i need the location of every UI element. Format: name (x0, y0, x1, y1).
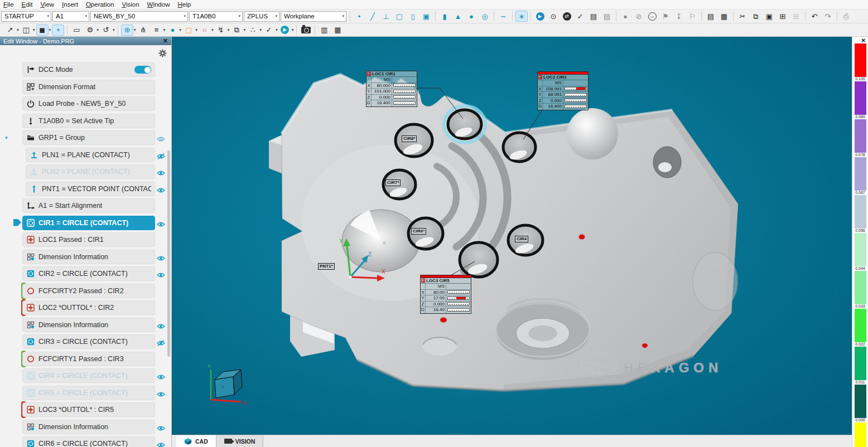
torus-feature-icon[interactable]: ◎ (479, 11, 491, 22)
hole-plain[interactable] (653, 147, 681, 178)
dropdown-caret-icon[interactable]: ▾ (113, 27, 115, 32)
plane-feature-icon[interactable]: ⊥ (380, 11, 392, 22)
command-item-18[interactable]: CIR4 = CIRCLE (CONTACT) (22, 368, 155, 383)
scan-points-icon[interactable]: ∴ (247, 25, 259, 36)
undo-icon[interactable]: ↶ (808, 11, 821, 22)
command-item-14[interactable]: LOC2 *OUTTOL* : CIR2 (22, 300, 155, 315)
eye-outline-icon[interactable] (157, 134, 165, 144)
cone-countersink[interactable] (342, 210, 420, 272)
eye-icon[interactable] (157, 372, 165, 382)
color-scale-close-icon[interactable]: ✕ (861, 37, 866, 43)
menu-insert[interactable]: Insert (62, 1, 78, 8)
command-item-2[interactable]: Load Probe - NEW5_BY_50 (22, 96, 155, 111)
dcc-mode-toggle[interactable] (134, 66, 151, 74)
command-item-20[interactable]: LOC3 *OUTTOL* : CIR5 (22, 402, 155, 417)
menu-vision[interactable]: Vision (122, 1, 139, 8)
command-item-4[interactable]: GRP1 = Group (22, 130, 155, 145)
command-item-10[interactable]: LOC1 Passed : CIR1 (22, 232, 155, 247)
menu-help[interactable]: Help (177, 1, 191, 8)
bookmark-icon[interactable]: ⚑ (659, 11, 672, 22)
mini-execute-icon[interactable]: ▶ (279, 25, 291, 36)
eye-icon[interactable] (157, 220, 165, 230)
eye-icon[interactable] (157, 186, 165, 196)
eye-icon[interactable] (157, 390, 165, 400)
eye-slash-icon[interactable] (157, 152, 165, 162)
loop-execution-icon[interactable]: ⇄ (561, 11, 573, 22)
command-item-5[interactable]: PLN1 = PLANE (CONTACT) (26, 148, 155, 162)
dropdown-caret-icon[interactable]: ▾ (238, 14, 240, 18)
command-item-9[interactable]: CIR1 = CIRCLE (CONTACT) (22, 216, 155, 230)
probe-position-icon[interactable]: ⊕ (121, 25, 133, 36)
command-item-0[interactable]: DCC Mode (22, 62, 155, 77)
feature-tag-cir6[interactable]: CIR6* (411, 228, 426, 235)
dropdown-caret-icon[interactable]: ▾ (49, 27, 51, 32)
command-item-6[interactable]: PLN2 = PLANE (CONTACT) (26, 164, 155, 179)
command-item-17[interactable]: FCFCIRTY1 Passed : CIR3 (22, 352, 155, 366)
alignment-combo[interactable]: A1▾ (52, 11, 89, 22)
measurement-callout-loc3[interactable]: LOC3 CIR5MSX80.00Y17.00Z0.000D16.40 (420, 275, 471, 314)
document-cancel-icon[interactable]: ▤ (601, 11, 613, 22)
dropdown-caret-icon[interactable]: ▾ (163, 27, 166, 32)
command-item-11[interactable]: Dimension Information (22, 250, 155, 264)
dropdown-caret-icon[interactable]: ▾ (33, 27, 35, 32)
pan-view-icon[interactable]: + (52, 25, 64, 36)
command-item-19[interactable]: CIR5 = CIRCLE (CONTACT) (22, 386, 155, 400)
summary-mode-icon[interactable]: ▤ (705, 11, 717, 22)
print-icon[interactable]: ⎙ (840, 11, 852, 22)
shaded-sphere-icon[interactable]: ● (166, 25, 179, 36)
dropdown-caret-icon[interactable]: ▾ (276, 27, 278, 32)
dropdown-caret-icon[interactable]: ▾ (195, 27, 197, 32)
dropdown-caret-icon[interactable]: ▾ (211, 27, 214, 32)
dropdown-caret-icon[interactable]: ▾ (97, 27, 99, 32)
eye-icon[interactable] (157, 440, 165, 447)
eye-icon[interactable] (157, 424, 165, 434)
dropdown-caret-icon[interactable]: ▾ (292, 27, 294, 32)
gdt-circle-icon[interactable]: ○ (199, 25, 211, 36)
counterbore[interactable] (496, 298, 590, 360)
eye-icon[interactable] (157, 270, 165, 280)
auto-feature-icon[interactable]: ∗ (515, 11, 528, 22)
eye-icon[interactable] (157, 168, 165, 178)
workplane-combo[interactable]: ZPLUS▾ (244, 11, 279, 22)
tab-cad[interactable]: CAD (176, 435, 216, 447)
paste-icon[interactable]: ▣ (763, 11, 775, 22)
startup-combo[interactable]: STARTUP▾ (1, 11, 51, 22)
window-layout-icon[interactable]: ⧉ (230, 25, 243, 36)
circle-feature-icon[interactable]: ▢ (393, 11, 406, 22)
eye-slash-icon[interactable] (157, 338, 165, 348)
line-feature-icon[interactable]: ╱ (367, 11, 379, 22)
command-item-16[interactable]: CIR3 = CIRCLE (CONTACT) (22, 334, 155, 349)
bookmark-remove-icon[interactable]: ⚐ (686, 11, 698, 22)
continue-icon[interactable]: → (646, 11, 658, 22)
rotate-view-icon[interactable]: ↺ (100, 25, 112, 36)
menu-operation[interactable]: Operation (86, 1, 114, 8)
bookmark-insert-icon[interactable]: ↧ (673, 11, 685, 22)
dropdown-caret-icon[interactable]: ▾ (228, 27, 230, 32)
feature-list-icon[interactable]: ≡ (151, 25, 163, 36)
report-window-icon[interactable]: ▥ (318, 25, 330, 36)
camera-snapshot-icon[interactable] (300, 25, 312, 36)
dropdown-caret-icon[interactable]: ▾ (184, 14, 186, 18)
cad-view-icon[interactable]: ↗ (4, 25, 16, 36)
eye-icon[interactable] (157, 254, 165, 264)
menu-edit[interactable]: Edit (22, 1, 33, 8)
menu-window[interactable]: Window (147, 1, 170, 8)
tab-vision[interactable]: VISION (216, 435, 264, 447)
optimization-gears-icon[interactable]: ⚙ (84, 25, 96, 36)
command-item-3[interactable]: T1A0B0 = Set Active Tip (22, 114, 155, 128)
dropdown-caret-icon[interactable]: ▾ (275, 14, 277, 18)
eye-icon[interactable] (157, 322, 165, 332)
dropdown-caret-icon[interactable]: ▾ (47, 14, 49, 18)
cut-icon[interactable]: ✂ (736, 11, 749, 22)
menu-view[interactable]: View (40, 1, 54, 8)
square-slot-feature-icon[interactable]: ▣ (420, 11, 432, 22)
round-slot-feature-icon[interactable]: ▯ (407, 11, 419, 22)
command-item-22[interactable]: CIR6 = CIRCLE (CONTACT) (22, 436, 155, 447)
dropdown-caret-icon[interactable]: ▾ (179, 27, 181, 32)
dropdown-caret-icon[interactable]: ▾ (259, 27, 262, 32)
command-item-13[interactable]: FCFCIRTY2 Passed : CIR2 (22, 284, 155, 298)
stop-icon[interactable]: ● (619, 11, 631, 22)
comment-icon[interactable]: ▭ (70, 25, 83, 36)
feature-tag-cir8[interactable]: CIR8* (402, 135, 417, 142)
feature-tag-cir4[interactable]: CIR4 (515, 236, 528, 242)
